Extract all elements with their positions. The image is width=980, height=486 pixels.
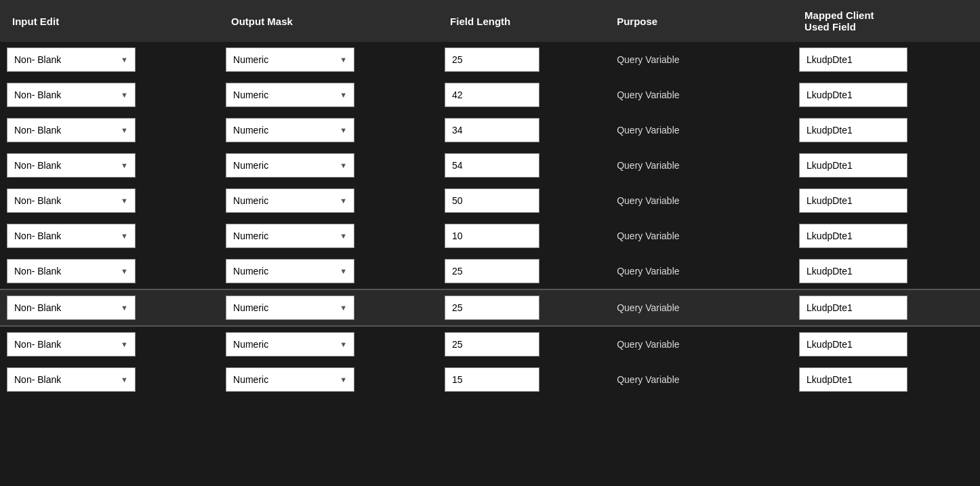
dropdown-arrow-icon: ▼ [121,126,128,134]
field-length-input[interactable] [445,83,539,107]
header-mapped-client: Mapped ClientUsed Field [792,0,980,42]
field-length-cell [438,326,605,362]
output-mask-dropdown[interactable]: Numeric ▼ [226,224,431,248]
header-output-mask: Output Mask [219,0,438,42]
input-edit-dropdown[interactable]: Non- Blank ▼ [7,224,212,248]
input-edit-cell: Non- Blank ▼ [0,326,219,362]
dropdown-arrow-icon: ▼ [121,267,128,275]
output-mask-cell: Numeric ▼ [219,362,438,397]
output-mask-cell: Numeric ▼ [219,326,438,362]
mapped-field-value: LkudpDte1 [799,83,907,107]
field-length-input[interactable] [445,153,539,178]
output-mask-value: Numeric [233,89,268,100]
output-mask-value: Numeric [233,54,268,65]
input-edit-value: Non- Blank [14,374,61,385]
dropdown-arrow-icon: ▼ [340,56,347,64]
field-length-input[interactable] [445,259,539,283]
dropdown-arrow-icon: ▼ [121,304,128,312]
field-length-cell [438,362,605,397]
dropdown-arrow-icon: ▼ [121,232,128,240]
purpose-cell: Query Variable [605,113,792,148]
field-length-cell [438,289,605,326]
mapped-field-value: LkudpDte1 [799,224,907,248]
mapped-field-value: LkudpDte1 [799,47,907,72]
field-length-input[interactable] [445,188,539,213]
output-mask-cell: Numeric ▼ [219,113,438,148]
mapped-field-cell: LkudpDte1 [792,326,980,362]
output-mask-cell: Numeric ▼ [219,183,438,218]
header-purpose: Purpose [605,0,792,42]
input-edit-dropdown[interactable]: Non- Blank ▼ [7,332,212,357]
purpose-cell: Query Variable [605,218,792,254]
output-mask-dropdown[interactable]: Numeric ▼ [226,188,431,213]
field-length-input[interactable] [445,296,539,320]
input-edit-value: Non- Blank [14,266,61,277]
mapped-field-value: LkudpDte1 [799,118,907,142]
mapped-field-cell: LkudpDte1 [792,183,980,218]
input-edit-value: Non- Blank [14,160,61,171]
input-edit-cell: Non- Blank ▼ [0,113,219,148]
mapped-field-cell: LkudpDte1 [792,42,980,77]
dropdown-arrow-icon: ▼ [121,56,128,64]
mapped-field-value: LkudpDte1 [799,296,907,320]
field-length-input[interactable] [445,332,539,357]
mapped-field-cell: LkudpDte1 [792,218,980,254]
input-edit-cell: Non- Blank ▼ [0,362,219,397]
mapped-field-cell: LkudpDte1 [792,254,980,289]
output-mask-dropdown[interactable]: Numeric ▼ [226,153,431,178]
header-input-edit: Input Edit [0,0,219,42]
output-mask-cell: Numeric ▼ [219,289,438,326]
input-edit-dropdown[interactable]: Non- Blank ▼ [7,47,212,72]
input-edit-dropdown[interactable]: Non- Blank ▼ [7,153,212,178]
input-edit-dropdown[interactable]: Non- Blank ▼ [7,367,212,392]
mapped-field-value: LkudpDte1 [799,153,907,178]
output-mask-dropdown[interactable]: Numeric ▼ [226,83,431,107]
input-edit-dropdown[interactable]: Non- Blank ▼ [7,118,212,142]
input-edit-dropdown[interactable]: Non- Blank ▼ [7,296,212,320]
purpose-cell: Query Variable [605,254,792,289]
output-mask-dropdown[interactable]: Numeric ▼ [226,367,431,392]
field-length-input[interactable] [445,118,539,142]
output-mask-dropdown[interactable]: Numeric ▼ [226,296,431,320]
input-edit-value: Non- Blank [14,230,61,241]
dropdown-arrow-icon: ▼ [340,232,347,240]
table-row: Non- Blank ▼ Numeric ▼ Query VariableLku… [0,362,980,397]
mapped-field-value: LkudpDte1 [799,367,907,392]
input-edit-cell: Non- Blank ▼ [0,183,219,218]
field-length-input[interactable] [445,47,539,72]
mapped-field-value: LkudpDte1 [799,188,907,213]
output-mask-dropdown[interactable]: Numeric ▼ [226,332,431,357]
output-mask-dropdown[interactable]: Numeric ▼ [226,47,431,72]
field-length-cell [438,148,605,183]
output-mask-value: Numeric [233,230,268,241]
mapped-field-cell: LkudpDte1 [792,77,980,113]
input-edit-dropdown[interactable]: Non- Blank ▼ [7,83,212,107]
output-mask-value: Numeric [233,339,268,350]
input-edit-value: Non- Blank [14,302,61,313]
input-edit-cell: Non- Blank ▼ [0,218,219,254]
mapped-field-cell: LkudpDte1 [792,148,980,183]
field-length-cell [438,183,605,218]
input-edit-dropdown[interactable]: Non- Blank ▼ [7,188,212,213]
purpose-cell: Query Variable [605,148,792,183]
output-mask-dropdown[interactable]: Numeric ▼ [226,118,431,142]
output-mask-cell: Numeric ▼ [219,42,438,77]
output-mask-dropdown[interactable]: Numeric ▼ [226,259,431,283]
input-edit-value: Non- Blank [14,339,61,350]
field-length-cell [438,218,605,254]
table-row: Non- Blank ▼ Numeric ▼ Query VariableLku… [0,183,980,218]
dropdown-arrow-icon: ▼ [121,91,128,99]
field-length-input[interactable] [445,367,539,392]
input-edit-dropdown[interactable]: Non- Blank ▼ [7,259,212,283]
field-length-cell [438,77,605,113]
table-row: Non- Blank ▼ Numeric ▼ Query VariableLku… [0,148,980,183]
dropdown-arrow-icon: ▼ [121,340,128,348]
field-length-input[interactable] [445,224,539,248]
dropdown-arrow-icon: ▼ [340,304,347,312]
output-mask-value: Numeric [233,266,268,277]
header-row: Input Edit Output Mask Field Length Purp… [0,0,980,42]
dropdown-arrow-icon: ▼ [340,340,347,348]
output-mask-value: Numeric [233,160,268,171]
table-row: Non- Blank ▼ Numeric ▼ Query VariableLku… [0,326,980,362]
field-length-cell [438,254,605,289]
